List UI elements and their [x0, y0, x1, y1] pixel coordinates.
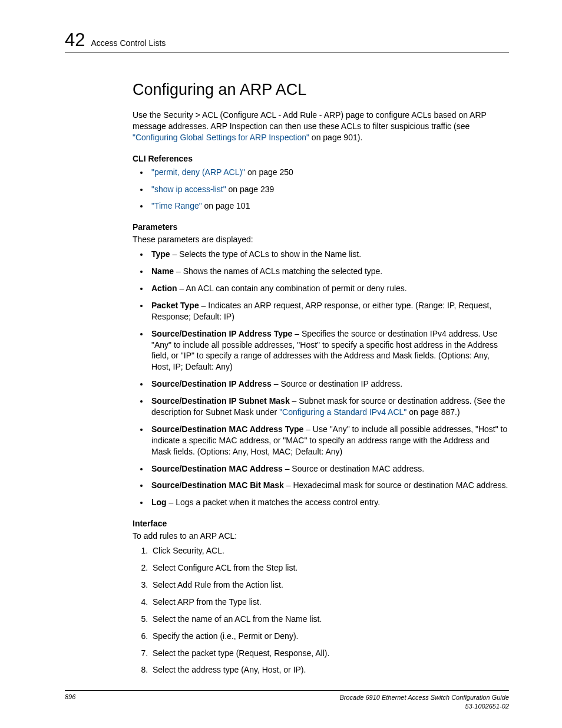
param-term: Name: [151, 266, 174, 276]
list-item: Action – An ACL can contain any combinat…: [149, 283, 509, 294]
cli-ref-suffix: on page 250: [245, 167, 293, 177]
list-item: "permit, deny (ARP ACL)" on page 250: [149, 167, 509, 178]
intro-paragraph: Use the Security > ACL (Configure ACL - …: [133, 110, 509, 143]
param-term: Source/Destination IP Address: [151, 379, 272, 388]
param-term: Source/Destination MAC Bit Mask: [151, 480, 284, 490]
cli-ref-link[interactable]: "permit, deny (ARP ACL)": [151, 167, 245, 177]
param-term: Log: [151, 498, 167, 507]
param-term: Packet Type: [151, 301, 199, 310]
parameters-list: Type – Selects the type of ACLs to show …: [133, 249, 509, 508]
content-area: Configuring an ARP ACL Use the Security …: [133, 81, 509, 676]
param-desc: – An ACL can contain any combination of …: [177, 284, 407, 293]
doc-number: 53-1002651-02: [465, 703, 509, 710]
cli-ref-suffix: on page 239: [226, 185, 275, 194]
list-item: Source/Destination IP Address – Source o…: [149, 378, 509, 390]
step-item: Specify the action (i.e., Permit or Deny…: [150, 631, 509, 642]
step-item: Select ARP from the Type list.: [150, 597, 509, 608]
section-title: Configuring an ARP ACL: [133, 81, 509, 99]
cli-references-heading: CLI References: [133, 154, 509, 163]
list-item: Log – Logs a packet when it matches the …: [149, 497, 509, 508]
page-number: 896: [65, 693, 75, 700]
chapter-number: 42: [65, 29, 85, 51]
param-desc: – Hexadecimal mask for source or destina…: [284, 480, 508, 490]
cli-ref-link[interactable]: "show ip access-list": [151, 185, 226, 194]
cli-references-list: "permit, deny (ARP ACL)" on page 250 "sh…: [133, 167, 509, 212]
list-item: Source/Destination IP Address Type – Spe…: [149, 328, 509, 373]
interface-intro: To add rules to an ARP ACL:: [133, 531, 509, 542]
list-item: Source/Destination IP Subnet Mask – Subn…: [149, 396, 509, 418]
param-term: Action: [151, 284, 177, 293]
param-desc: – Indicates an ARP request, ARP response…: [151, 301, 491, 321]
param-desc: – Selects the type of ACLs to show in th…: [170, 249, 362, 259]
cli-ref-suffix: on page 101: [202, 201, 250, 210]
param-desc: – Logs a packet when it matches the acce…: [167, 498, 380, 507]
page-footer: 896 Brocade 6910 Ethernet Access Switch …: [65, 690, 509, 710]
list-item: Source/Destination MAC Bit Mask – Hexade…: [149, 480, 509, 491]
param-term: Type: [151, 249, 170, 259]
cli-ref-link[interactable]: "Time Range": [151, 201, 202, 210]
param-desc: – Source or destination MAC address.: [283, 464, 424, 473]
step-item: Select the address type (Any, Host, or I…: [150, 664, 509, 676]
param-term: Source/Destination IP Address Type: [151, 329, 292, 338]
intro-text-1: Use the Security > ACL (Configure ACL - …: [133, 110, 487, 131]
running-header: 42 Access Control Lists: [65, 29, 509, 52]
param-link[interactable]: "Configuring a Standard IPv4 ACL": [279, 407, 406, 417]
param-desc: – Source or destination IP address.: [272, 379, 402, 388]
parameters-heading: Parameters: [133, 222, 509, 232]
step-item: Select Add Rule from the Action list.: [150, 579, 509, 591]
step-item: Select the packet type (Request, Respons…: [150, 648, 509, 659]
list-item: "Time Range" on page 101: [149, 200, 509, 212]
list-item: Type – Selects the type of ACLs to show …: [149, 249, 509, 260]
interface-heading: Interface: [133, 519, 509, 528]
param-term: Source/Destination MAC Address Type: [151, 424, 303, 434]
param-desc-post: on page 887.): [406, 407, 459, 417]
step-item: Select Configure ACL from the Step list.: [150, 562, 509, 574]
doc-id: Brocade 6910 Ethernet Access Switch Conf…: [339, 693, 509, 710]
step-item: Click Security, ACL.: [150, 545, 509, 556]
list-item: Packet Type – Indicates an ARP request, …: [149, 300, 509, 322]
page: 42 Access Control Lists Configuring an A…: [0, 0, 562, 728]
chapter-name: Access Control Lists: [91, 38, 166, 48]
list-item: Source/Destination MAC Address Type – Us…: [149, 424, 509, 457]
step-item: Select the name of an ACL from the Name …: [150, 614, 509, 625]
list-item: Source/Destination MAC Address – Source …: [149, 463, 509, 475]
intro-text-2: on page 901).: [309, 133, 362, 142]
parameters-intro: These parameters are displayed:: [133, 234, 509, 245]
doc-title: Brocade 6910 Ethernet Access Switch Conf…: [339, 694, 509, 701]
interface-steps: Click Security, ACL. Select Configure AC…: [133, 545, 509, 676]
param-term: Source/Destination MAC Address: [151, 464, 283, 473]
list-item: Name – Shows the names of ACLs matching …: [149, 266, 509, 277]
list-item: "show ip access-list" on page 239: [149, 184, 509, 195]
intro-link[interactable]: "Configuring Global Settings for ARP Ins…: [133, 133, 309, 142]
param-term: Source/Destination IP Subnet Mask: [151, 396, 290, 406]
param-desc: – Shows the names of ACLs matching the s…: [174, 266, 382, 276]
